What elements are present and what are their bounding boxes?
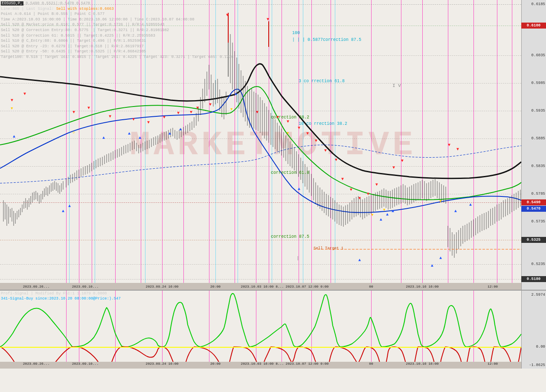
arrow-up-5: ▲ xyxy=(128,131,131,136)
indicator-title: Profi-Signal | Modified By FSI:1 1.1079 … xyxy=(1,291,107,296)
symbol-label: EOSUSD,P, xyxy=(1,1,23,6)
roman-pipe-v-label: | xyxy=(296,256,299,261)
arrow-down-9: ▼ xyxy=(177,111,180,115)
yellow-arrow-1: ▼ xyxy=(11,107,13,111)
arrow-down-19: ▼ xyxy=(324,148,327,153)
chart-container: MARKETMOTIVE EOSUSD,P, 0.5490 0.5521|:0.… xyxy=(0,0,546,392)
correction-875b-label: correction 87.5 xyxy=(271,234,309,239)
price-5735: 0.5735 xyxy=(531,219,545,224)
arrow-up-4: ▲ xyxy=(102,135,105,140)
arrow-down-7: ▼ xyxy=(147,120,150,125)
arrow-up-9: ▲ xyxy=(235,92,237,96)
info-line-8: Sell %10 @ C_Entry:88: 0.6066 || Target:… xyxy=(1,38,234,44)
price-scale: 0.6185 0.6100 0.6035 0.5985 0.5935 0.588… xyxy=(521,0,546,290)
time-label-4: 20:00 xyxy=(210,285,221,288)
time-label-2: 2023.09.10... xyxy=(72,285,99,288)
arrow-up-8: ▲ xyxy=(179,127,182,132)
sell-target-label: Sell Target 1 xyxy=(314,246,343,251)
arrow-down-16: ▼ xyxy=(298,126,300,130)
price-5885: 0.5885 xyxy=(531,136,545,141)
yellow-arrow-4: ▼ xyxy=(287,131,289,135)
ind-time-4: 20:00 xyxy=(210,362,221,366)
info-line-11: Target100: 0.518 | Target 161: 0.4815 ||… xyxy=(1,55,234,60)
price-highlight-5470: 0.5470 xyxy=(521,206,546,212)
ind-time-9: 12:00 xyxy=(488,362,498,366)
price-highlight-5180: 0.5180 xyxy=(521,276,546,282)
price-6035: 0.6035 xyxy=(531,53,545,58)
arrow-down-20: ▼ xyxy=(335,158,337,162)
arrow-down-26: ▼ xyxy=(392,165,395,170)
price-highlight-5325: 0.5325 xyxy=(521,237,546,243)
price-highlight-5490: 0.5490 xyxy=(521,199,546,205)
correction-618b-label: correction 61.8 xyxy=(271,170,309,175)
time-label-9: 12:00 xyxy=(488,285,498,288)
yellow-arrow-6: ▼ xyxy=(383,208,385,212)
arrow-down-27: ▼ xyxy=(401,159,404,163)
time-label-1: 2023.09.26... xyxy=(23,285,49,288)
time-label-6: 2023.10.07 12:00 0:00 xyxy=(286,285,329,288)
info-line-4: Time A:2023.10.03 16:00:00 | Time B:2023… xyxy=(1,17,234,23)
time-label-5: 2023.10.03 16:00 8... xyxy=(241,285,284,288)
arrow-up-15: ▲ xyxy=(431,263,433,268)
correction-382b-label: 10 co rrection 38.2 xyxy=(299,121,347,126)
arrow-down-4: ▼ xyxy=(87,106,90,110)
price-5785: 0.5785 xyxy=(531,192,545,196)
info-line-7: Sell %10 @ Correction 61: 0.5915 || Targ… xyxy=(1,33,234,39)
arrow-down-10: ▼ xyxy=(190,110,192,115)
arrow-down-11: ▼ xyxy=(196,106,199,110)
arrow-up-13: ▲ xyxy=(386,212,389,217)
arrow-up-3: ▲ xyxy=(68,204,71,208)
ind-price-top: 2.5974 xyxy=(531,293,545,297)
ind-time-2: 2023.09.10... xyxy=(72,362,99,366)
price-5835: 0.5835 xyxy=(531,164,545,168)
arrow-down-18: ▼ xyxy=(315,138,317,143)
time-axis: 2023.09.26... 2023.09.10... 2023.09.24 1… xyxy=(0,283,521,290)
arrow-down-17: ▼ xyxy=(306,131,309,136)
info-line-9: Sell %20 @ Entry -23: 0.6279 || Target:0… xyxy=(1,44,234,49)
ind-time-3: 2023.09.24 16:00 xyxy=(146,362,179,366)
info-line-5: Sell %20 @ Market:price 0.618: 0.577 || … xyxy=(1,22,234,28)
arrow-up-12: ▲ xyxy=(380,217,382,222)
info-line-2: Line:865 | Last Signal: Sell with stoplo… xyxy=(1,6,234,12)
time-label-3: 2023.09.24 16:00 xyxy=(146,285,179,288)
correction-875a-label: | | | 0.5877correction 87.5 xyxy=(292,37,361,42)
price-5935: 0.5935 xyxy=(531,109,545,113)
ind-time-7: 00 xyxy=(369,362,373,366)
yellow-arrow-2: ◇ xyxy=(73,130,75,135)
price-5235: 0.5235 xyxy=(531,262,545,266)
arrow-down-21: ▼ xyxy=(341,177,344,182)
arrow-up-6: ▲ xyxy=(139,135,141,140)
yellow-arrow-5: ▼ xyxy=(371,213,373,217)
arrow-down-24: ▼ xyxy=(367,192,369,196)
arrow-down-14: ▼ xyxy=(276,115,279,120)
info-line-3: Point A:0.614 | Point B:0.555 | Point C:… xyxy=(1,12,234,17)
info-line-1: EOSUSD,P, 0.5490 0.5521|:0.5470 0.5470 xyxy=(1,1,234,6)
indicator-subtitle: 341-Signal-Buy since:2023.10.20 08:00:00… xyxy=(1,297,121,301)
arrow-down-12: ▼ xyxy=(209,102,212,107)
arrow-down-22: ▼ xyxy=(350,187,352,192)
arrow-down-13: ▼ xyxy=(256,110,258,115)
arrow-up-1: ▲ xyxy=(13,134,15,139)
arrow-up-2: ▲ xyxy=(62,209,64,213)
arrow-up-18: ▲ xyxy=(469,202,472,207)
info-line-6: Sell %20 @ Correction Entry:80: 0.5775 |… xyxy=(1,28,234,33)
arrow-down-15: ▼ xyxy=(287,119,289,124)
info-line-10: Sell %20 @ Entry -50: 0.6435 || Target:0… xyxy=(1,49,234,55)
price-6185: 0.6185 xyxy=(531,2,545,6)
roman-iv-label: I V xyxy=(392,83,401,88)
arrow-down-29: ▼ xyxy=(456,147,459,152)
arrow-down-23: ▼ xyxy=(358,196,361,201)
indicator-panel: Profi-Signal | Modified By FSI:1 1.1079 … xyxy=(0,290,546,369)
arrow-down-8: ▼ xyxy=(163,115,166,120)
arrow-up-17: ▲ xyxy=(454,209,457,213)
time-label-7: 00 xyxy=(369,285,373,288)
yellow-arrow-3: ▼ xyxy=(230,107,232,112)
indicator-time-axis: 2023.09.26... 2023.09.10... 2023.09.24 1… xyxy=(0,362,521,369)
ind-time-8: 2023.10.16 16:00 xyxy=(406,362,439,366)
correction-100-label: 100 xyxy=(292,31,300,35)
arrow-down-1: ▼ xyxy=(11,98,13,103)
arrow-up-10: ▲ xyxy=(298,187,300,191)
ind-time-5: 2023.10.03 16:00 8... xyxy=(241,362,284,366)
ind-price-bottom: -1.8625 xyxy=(529,363,545,367)
arrow-up-7: ▲ xyxy=(168,131,171,136)
